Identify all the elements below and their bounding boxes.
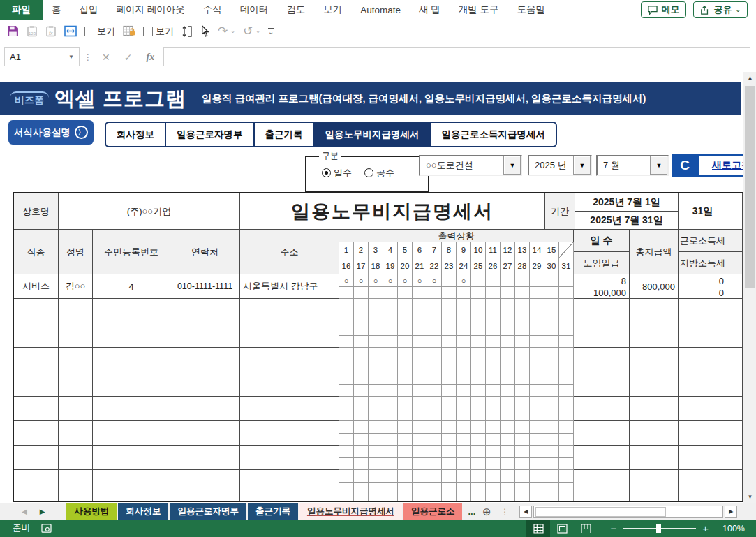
cell-job[interactable]: [14, 372, 59, 397]
cell-day-22[interactable]: [427, 311, 442, 323]
nav-tab-4[interactable]: 일용근로소득지급명세서: [431, 123, 556, 146]
cell-day-10[interactable]: [471, 348, 486, 360]
cell-day-16[interactable]: [339, 409, 354, 421]
cell-day-14[interactable]: [530, 421, 544, 434]
cell-day-18[interactable]: [369, 385, 383, 397]
radio-일수[interactable]: 일수: [322, 167, 352, 179]
cell-day-15[interactable]: [544, 348, 559, 360]
tab-scroll-right-icon[interactable]: ▶: [34, 503, 52, 520]
cell-day-16[interactable]: [339, 458, 354, 470]
cell-job[interactable]: 서비스: [14, 274, 59, 299]
cell-day-7[interactable]: [427, 470, 442, 483]
cell-day-29[interactable]: [530, 434, 544, 446]
cell-day-25[interactable]: [471, 409, 486, 421]
cell-day-22[interactable]: [427, 409, 442, 421]
cell-phone[interactable]: [170, 446, 240, 470]
cell-day-21[interactable]: [413, 311, 427, 323]
cell-phone[interactable]: [170, 470, 240, 494]
cell-day-29[interactable]: [530, 336, 544, 348]
dropdown-arrow-icon[interactable]: ▼: [650, 156, 667, 175]
cell-day-9[interactable]: ○: [457, 274, 471, 287]
cell-day-21[interactable]: [413, 360, 427, 372]
cell-day-7[interactable]: [427, 372, 442, 385]
cell-day-18[interactable]: [369, 409, 383, 421]
cell-day-21[interactable]: [413, 483, 427, 494]
cell-day-16[interactable]: [339, 483, 354, 494]
cell-day-8[interactable]: [442, 274, 457, 287]
cell-phone[interactable]: [170, 494, 240, 502]
cell-day-13[interactable]: [515, 274, 530, 287]
cell-day-6[interactable]: [413, 372, 427, 385]
cell-day-24[interactable]: [457, 360, 471, 372]
cell-day-6[interactable]: [413, 348, 427, 360]
cell-total-pay[interactable]: [630, 494, 679, 502]
cell-day-21[interactable]: [413, 434, 427, 446]
sheet-tab-0[interactable]: 사용방법: [66, 503, 117, 520]
cell-day-22[interactable]: [427, 434, 442, 446]
cell-day-23[interactable]: [442, 434, 457, 446]
cell-day-7[interactable]: [427, 421, 442, 434]
cell-resident-no[interactable]: [93, 494, 170, 502]
cell-day-19[interactable]: [383, 336, 398, 348]
cell-day-count[interactable]: [574, 323, 630, 348]
cell-day-13[interactable]: [515, 494, 530, 502]
cell-day-7[interactable]: [427, 348, 442, 360]
cell-resident-no[interactable]: [93, 299, 170, 323]
cell-name[interactable]: 김○○: [59, 274, 93, 299]
cell-day-15[interactable]: [544, 372, 559, 385]
cell-day-12[interactable]: [501, 494, 515, 502]
cell-day-19[interactable]: [383, 483, 398, 494]
cell-day-1[interactable]: [339, 397, 354, 409]
cell-day-30[interactable]: [544, 311, 559, 323]
cell-day-24[interactable]: [457, 434, 471, 446]
cell-day-30[interactable]: [544, 287, 559, 299]
cell-day-9[interactable]: [457, 397, 471, 409]
cell-day-23[interactable]: [442, 458, 457, 470]
cell-day-13[interactable]: [515, 397, 530, 409]
ribbon-tab-8[interactable]: Automate: [351, 0, 410, 20]
cell-total-pay[interactable]: [630, 470, 679, 494]
cell-day-5[interactable]: [398, 323, 413, 336]
cell-day-18[interactable]: [369, 336, 383, 348]
cell-day-24[interactable]: [457, 287, 471, 299]
cell-day-17[interactable]: [354, 483, 369, 494]
cell-day-2[interactable]: ○: [354, 274, 369, 287]
cell-day-23[interactable]: [442, 483, 457, 494]
cell-day-18[interactable]: [369, 458, 383, 470]
sheet-tab-3[interactable]: 출근기록: [248, 503, 298, 520]
view-checkbox-1[interactable]: 보기: [84, 25, 115, 38]
cell-day-31[interactable]: [559, 483, 574, 494]
cell-total-pay[interactable]: [630, 372, 679, 397]
cell-day-31[interactable]: [559, 336, 574, 348]
cell-day-2[interactable]: [354, 348, 369, 360]
cell-day-12[interactable]: [501, 348, 515, 360]
sheet-tab-2[interactable]: 일용근로자명부: [170, 503, 246, 520]
cell-phone[interactable]: [170, 421, 240, 446]
column-width-icon[interactable]: [64, 25, 77, 37]
cell-day-3[interactable]: [369, 470, 383, 483]
cell-day-15[interactable]: [544, 274, 559, 287]
cell-day-16[interactable]: [339, 336, 354, 348]
cell-day-count[interactable]: [574, 299, 630, 323]
cell-day-5[interactable]: [398, 348, 413, 360]
cell-day-8[interactable]: [442, 299, 457, 311]
cell-day-7[interactable]: [427, 397, 442, 409]
insert-function-icon[interactable]: fx: [141, 52, 159, 63]
cell-address[interactable]: [240, 348, 339, 372]
cell-day-21[interactable]: [413, 385, 427, 397]
ribbon-tab-3[interactable]: 페이지 레이아웃: [108, 0, 194, 20]
cell-day-10[interactable]: [471, 323, 486, 336]
cell-address[interactable]: 서울특별시 강남구: [240, 274, 339, 299]
cell-name[interactable]: [59, 348, 93, 372]
cell-day-19[interactable]: [383, 458, 398, 470]
cell-day-8[interactable]: [442, 323, 457, 336]
cell-day-2[interactable]: [354, 299, 369, 311]
cell-day-15[interactable]: [544, 299, 559, 311]
cell-phone[interactable]: [170, 323, 240, 348]
cell-day-count[interactable]: 8: [574, 274, 630, 287]
cell-day-14[interactable]: [530, 494, 544, 502]
cell-job[interactable]: [14, 323, 59, 348]
cell-day-20[interactable]: [398, 434, 413, 446]
cell-day-31[interactable]: [559, 458, 574, 470]
cell-resident-no[interactable]: [93, 323, 170, 348]
